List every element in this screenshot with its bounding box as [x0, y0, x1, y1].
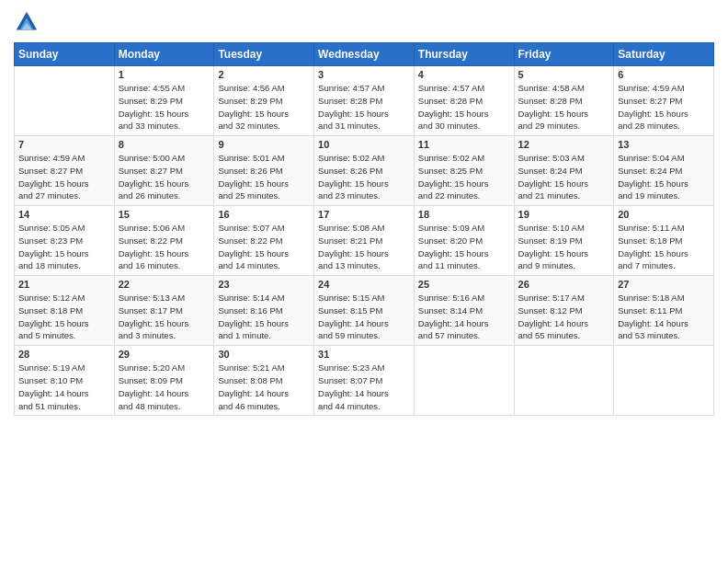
week-row-5: 28Sunrise: 5:19 AMSunset: 8:10 PMDayligh…	[15, 346, 714, 416]
day-cell: 27Sunrise: 5:18 AMSunset: 8:11 PMDayligh…	[614, 276, 714, 346]
day-info: Sunrise: 5:01 AMSunset: 8:26 PMDaylight:…	[218, 152, 310, 202]
day-cell	[614, 346, 714, 416]
weekday-friday: Friday	[514, 43, 614, 66]
day-info: Sunrise: 5:20 AMSunset: 8:09 PMDaylight:…	[119, 362, 210, 412]
weekday-thursday: Thursday	[414, 43, 514, 66]
day-info: Sunrise: 4:57 AMSunset: 8:28 PMDaylight:…	[318, 82, 410, 132]
day-number: 9	[218, 139, 310, 150]
week-row-1: 1Sunrise: 4:55 AMSunset: 8:29 PMDaylight…	[15, 66, 714, 136]
day-cell: 14Sunrise: 5:05 AMSunset: 8:23 PMDayligh…	[15, 206, 115, 276]
day-info: Sunrise: 5:10 AMSunset: 8:19 PMDaylight:…	[518, 222, 610, 272]
day-info: Sunrise: 5:02 AMSunset: 8:26 PMDaylight:…	[318, 152, 410, 202]
week-row-3: 14Sunrise: 5:05 AMSunset: 8:23 PMDayligh…	[15, 206, 714, 276]
logo	[14, 9, 43, 35]
day-info: Sunrise: 5:06 AMSunset: 8:22 PMDaylight:…	[119, 222, 210, 272]
day-info: Sunrise: 5:05 AMSunset: 8:23 PMDaylight:…	[18, 222, 110, 272]
day-cell: 2Sunrise: 4:56 AMSunset: 8:29 PMDaylight…	[214, 66, 314, 136]
day-cell: 28Sunrise: 5:19 AMSunset: 8:10 PMDayligh…	[15, 346, 115, 416]
day-info: Sunrise: 5:00 AMSunset: 8:27 PMDaylight:…	[119, 152, 210, 202]
day-number: 23	[218, 279, 310, 290]
day-cell: 6Sunrise: 4:59 AMSunset: 8:27 PMDaylight…	[614, 66, 714, 136]
day-number: 1	[119, 69, 210, 80]
day-cell: 25Sunrise: 5:16 AMSunset: 8:14 PMDayligh…	[414, 276, 514, 346]
day-cell: 18Sunrise: 5:09 AMSunset: 8:20 PMDayligh…	[414, 206, 514, 276]
day-cell: 20Sunrise: 5:11 AMSunset: 8:18 PMDayligh…	[614, 206, 714, 276]
day-info: Sunrise: 5:18 AMSunset: 8:11 PMDaylight:…	[618, 292, 710, 342]
day-number: 8	[119, 139, 210, 150]
day-cell: 22Sunrise: 5:13 AMSunset: 8:17 PMDayligh…	[114, 276, 214, 346]
day-cell: 10Sunrise: 5:02 AMSunset: 8:26 PMDayligh…	[314, 136, 415, 206]
day-info: Sunrise: 5:02 AMSunset: 8:25 PMDaylight:…	[418, 152, 510, 202]
day-number: 26	[518, 279, 610, 290]
day-number: 14	[18, 209, 110, 220]
day-cell: 9Sunrise: 5:01 AMSunset: 8:26 PMDaylight…	[214, 136, 314, 206]
calendar: SundayMondayTuesdayWednesdayThursdayFrid…	[14, 42, 714, 416]
day-number: 11	[418, 139, 510, 150]
day-number: 5	[518, 69, 610, 80]
day-info: Sunrise: 4:57 AMSunset: 8:28 PMDaylight:…	[418, 82, 510, 132]
day-cell: 4Sunrise: 4:57 AMSunset: 8:28 PMDaylight…	[414, 66, 514, 136]
day-number: 13	[618, 139, 710, 150]
day-info: Sunrise: 5:17 AMSunset: 8:12 PMDaylight:…	[518, 292, 610, 342]
day-number: 2	[218, 69, 310, 80]
day-info: Sunrise: 5:08 AMSunset: 8:21 PMDaylight:…	[318, 222, 410, 272]
weekday-saturday: Saturday	[614, 43, 714, 66]
day-cell: 1Sunrise: 4:55 AMSunset: 8:29 PMDaylight…	[114, 66, 214, 136]
day-number: 25	[418, 279, 510, 290]
day-cell	[514, 346, 614, 416]
day-number: 17	[318, 209, 410, 220]
day-cell: 11Sunrise: 5:02 AMSunset: 8:25 PMDayligh…	[414, 136, 514, 206]
day-number: 21	[18, 279, 110, 290]
week-row-4: 21Sunrise: 5:12 AMSunset: 8:18 PMDayligh…	[15, 276, 714, 346]
day-number: 6	[618, 69, 710, 80]
day-cell: 31Sunrise: 5:23 AMSunset: 8:07 PMDayligh…	[314, 346, 415, 416]
day-info: Sunrise: 5:23 AMSunset: 8:07 PMDaylight:…	[318, 362, 410, 412]
day-info: Sunrise: 5:19 AMSunset: 8:10 PMDaylight:…	[18, 362, 110, 412]
day-info: Sunrise: 4:58 AMSunset: 8:28 PMDaylight:…	[518, 82, 610, 132]
day-number: 27	[618, 279, 710, 290]
weekday-monday: Monday	[114, 43, 214, 66]
day-info: Sunrise: 5:14 AMSunset: 8:16 PMDaylight:…	[218, 292, 310, 342]
day-number: 7	[18, 139, 110, 150]
day-cell: 26Sunrise: 5:17 AMSunset: 8:12 PMDayligh…	[514, 276, 614, 346]
day-cell: 23Sunrise: 5:14 AMSunset: 8:16 PMDayligh…	[214, 276, 314, 346]
day-number: 18	[418, 209, 510, 220]
day-cell	[414, 346, 514, 416]
weekday-wednesday: Wednesday	[314, 43, 415, 66]
day-info: Sunrise: 5:13 AMSunset: 8:17 PMDaylight:…	[119, 292, 210, 342]
day-info: Sunrise: 4:55 AMSunset: 8:29 PMDaylight:…	[119, 82, 210, 132]
day-number: 24	[318, 279, 410, 290]
day-cell: 15Sunrise: 5:06 AMSunset: 8:22 PMDayligh…	[114, 206, 214, 276]
day-info: Sunrise: 5:15 AMSunset: 8:15 PMDaylight:…	[318, 292, 410, 342]
day-cell: 13Sunrise: 5:04 AMSunset: 8:24 PMDayligh…	[614, 136, 714, 206]
day-cell: 19Sunrise: 5:10 AMSunset: 8:19 PMDayligh…	[514, 206, 614, 276]
weekday-sunday: Sunday	[15, 43, 115, 66]
day-cell: 30Sunrise: 5:21 AMSunset: 8:08 PMDayligh…	[214, 346, 314, 416]
day-info: Sunrise: 4:59 AMSunset: 8:27 PMDaylight:…	[618, 82, 710, 132]
day-cell	[15, 66, 115, 136]
day-number: 3	[318, 69, 410, 80]
page: SundayMondayTuesdayWednesdayThursdayFrid…	[0, 0, 728, 563]
day-cell: 3Sunrise: 4:57 AMSunset: 8:28 PMDaylight…	[314, 66, 415, 136]
header	[14, 9, 714, 35]
day-number: 4	[418, 69, 510, 80]
logo-icon	[14, 9, 40, 35]
day-cell: 7Sunrise: 4:59 AMSunset: 8:27 PMDaylight…	[15, 136, 115, 206]
day-cell: 8Sunrise: 5:00 AMSunset: 8:27 PMDaylight…	[114, 136, 214, 206]
day-cell: 12Sunrise: 5:03 AMSunset: 8:24 PMDayligh…	[514, 136, 614, 206]
day-cell: 17Sunrise: 5:08 AMSunset: 8:21 PMDayligh…	[314, 206, 415, 276]
day-number: 28	[18, 349, 110, 360]
day-cell: 5Sunrise: 4:58 AMSunset: 8:28 PMDaylight…	[514, 66, 614, 136]
day-info: Sunrise: 5:12 AMSunset: 8:18 PMDaylight:…	[18, 292, 110, 342]
day-info: Sunrise: 5:07 AMSunset: 8:22 PMDaylight:…	[218, 222, 310, 272]
weekday-header-row: SundayMondayTuesdayWednesdayThursdayFrid…	[15, 43, 714, 66]
day-cell: 21Sunrise: 5:12 AMSunset: 8:18 PMDayligh…	[15, 276, 115, 346]
day-info: Sunrise: 5:03 AMSunset: 8:24 PMDaylight:…	[518, 152, 610, 202]
week-row-2: 7Sunrise: 4:59 AMSunset: 8:27 PMDaylight…	[15, 136, 714, 206]
weekday-tuesday: Tuesday	[214, 43, 314, 66]
day-number: 16	[218, 209, 310, 220]
day-number: 29	[119, 349, 210, 360]
day-info: Sunrise: 5:04 AMSunset: 8:24 PMDaylight:…	[618, 152, 710, 202]
day-info: Sunrise: 4:56 AMSunset: 8:29 PMDaylight:…	[218, 82, 310, 132]
day-number: 22	[119, 279, 210, 290]
